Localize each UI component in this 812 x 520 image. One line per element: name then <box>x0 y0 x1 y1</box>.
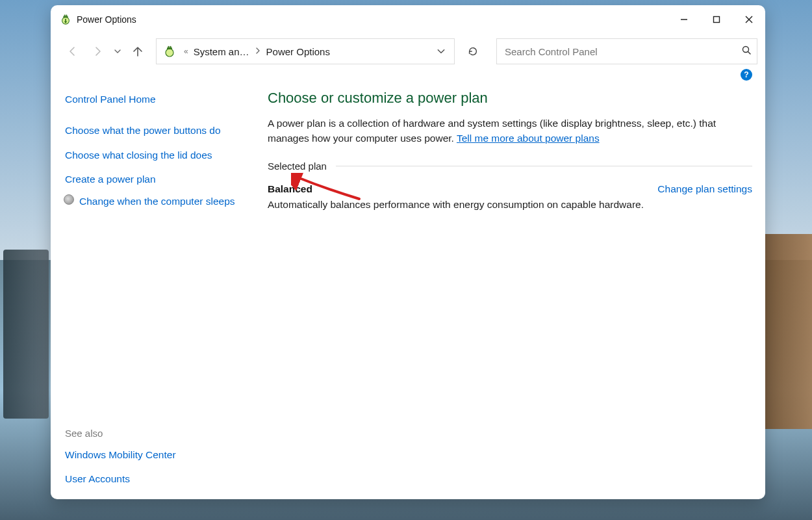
maximize-button[interactable] <box>700 5 733 34</box>
svg-line-13 <box>748 52 751 55</box>
plan-description: Automatically balances performance with … <box>268 199 752 211</box>
svg-point-10 <box>168 46 169 47</box>
sidebar-link-home[interactable]: Control Panel Home <box>64 90 252 118</box>
refresh-button[interactable] <box>460 38 486 64</box>
back-button[interactable] <box>62 41 83 62</box>
help-button[interactable]: ? <box>741 69 752 81</box>
sidebar-link-close-lid[interactable]: Choose what closing the lid does <box>64 143 252 168</box>
minimize-button[interactable] <box>668 5 700 34</box>
svg-rect-5 <box>714 17 720 23</box>
power-options-icon <box>60 14 71 25</box>
more-info-link[interactable]: Tell me more about power plans <box>457 133 600 144</box>
see-also-label: See also <box>64 424 252 443</box>
window-title: Power Options <box>77 14 668 25</box>
breadcrumb-prefix[interactable]: « <box>181 47 191 56</box>
svg-point-3 <box>66 15 67 16</box>
up-button[interactable] <box>127 41 148 62</box>
control-panel-window: Power Options <box>51 5 765 499</box>
address-bar[interactable]: « System an… Power Options <box>156 38 455 64</box>
svg-rect-1 <box>63 16 68 18</box>
svg-rect-9 <box>167 47 172 49</box>
sidebar-link-power-buttons[interactable]: Choose what the power buttons do <box>64 118 252 143</box>
breadcrumb-item[interactable]: Power Options <box>266 46 330 57</box>
power-options-icon <box>163 45 176 58</box>
close-button[interactable] <box>733 5 765 34</box>
address-dropdown-button[interactable] <box>432 47 450 56</box>
sidebar-link-mobility-center[interactable]: Windows Mobility Center <box>64 443 252 467</box>
svg-point-2 <box>64 15 66 16</box>
main-content: Choose or customize a power plan A power… <box>268 86 752 491</box>
page-heading: Choose or customize a power plan <box>268 90 752 107</box>
plan-name: Balanced <box>268 183 312 195</box>
change-plan-settings-link[interactable]: Change plan settings <box>657 183 752 195</box>
sidebar-link-sleep[interactable]: Change when the computer sleeps <box>79 192 235 211</box>
sidebar-link-create-plan[interactable]: Create a power plan <box>64 167 252 192</box>
svg-point-11 <box>170 46 171 47</box>
nav-row: « System an… Power Options <box>51 34 765 72</box>
section-label: Selected plan <box>268 161 327 172</box>
sidebar: Control Panel Home Choose what the power… <box>64 86 252 491</box>
search-box[interactable] <box>496 38 757 64</box>
divider <box>336 166 752 166</box>
search-icon[interactable] <box>741 45 752 58</box>
sleep-icon <box>64 194 74 205</box>
sidebar-link-user-accounts[interactable]: User Accounts <box>64 467 252 491</box>
breadcrumb-item[interactable]: System an… <box>194 46 249 57</box>
page-description: A power plan is a collection of hardware… <box>268 116 752 146</box>
chevron-right-icon[interactable] <box>252 47 264 56</box>
search-input[interactable] <box>505 46 741 57</box>
recent-dropdown-button[interactable] <box>112 41 123 62</box>
forward-button[interactable] <box>87 41 108 62</box>
svg-point-8 <box>166 49 173 57</box>
titlebar: Power Options <box>51 5 765 34</box>
